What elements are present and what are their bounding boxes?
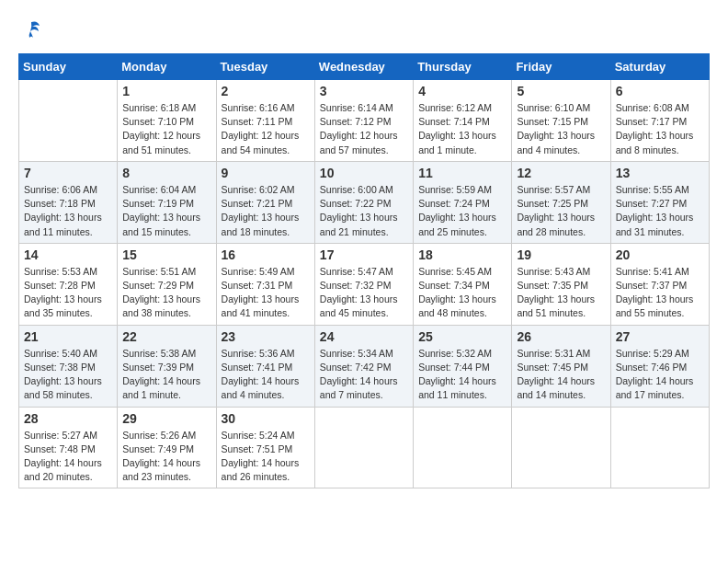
day-number: 10 — [320, 166, 408, 180]
calendar-cell: 15Sunrise: 5:51 AM Sunset: 7:29 PM Dayli… — [118, 243, 216, 325]
calendar-cell: 7Sunrise: 6:06 AM Sunset: 7:18 PM Daylig… — [19, 161, 118, 243]
day-number: 6 — [616, 84, 704, 98]
calendar-week-row: 7Sunrise: 6:06 AM Sunset: 7:18 PM Daylig… — [19, 161, 710, 243]
calendar-cell: 16Sunrise: 5:49 AM Sunset: 7:31 PM Dayli… — [216, 243, 314, 325]
calendar-cell: 27Sunrise: 5:29 AM Sunset: 7:46 PM Dayli… — [610, 325, 709, 407]
day-number: 27 — [616, 329, 704, 344]
calendar-cell: 29Sunrise: 5:26 AM Sunset: 7:49 PM Dayli… — [118, 407, 216, 488]
day-number: 14 — [24, 247, 112, 262]
calendar-cell: 3Sunrise: 6:14 AM Sunset: 7:12 PM Daylig… — [314, 80, 413, 162]
calendar-cell: 26Sunrise: 5:31 AM Sunset: 7:45 PM Dayli… — [512, 325, 610, 407]
calendar-cell: 30Sunrise: 5:24 AM Sunset: 7:51 PM Dayli… — [216, 407, 314, 488]
day-info: Sunrise: 5:36 AM Sunset: 7:41 PM Dayligh… — [222, 347, 310, 403]
calendar-week-row: 1Sunrise: 6:18 AM Sunset: 7:10 PM Daylig… — [19, 80, 710, 162]
day-number: 21 — [24, 329, 112, 344]
day-info: Sunrise: 6:10 AM Sunset: 7:15 PM Dayligh… — [517, 101, 605, 157]
calendar-cell: 22Sunrise: 5:38 AM Sunset: 7:39 PM Dayli… — [118, 325, 216, 407]
day-of-week-header: Tuesday — [216, 54, 314, 80]
day-of-week-header: Sunday — [19, 54, 118, 80]
day-number: 1 — [122, 84, 210, 98]
logo-bird-icon — [21, 18, 41, 44]
day-info: Sunrise: 6:14 AM Sunset: 7:12 PM Dayligh… — [320, 101, 408, 157]
day-number: 18 — [418, 247, 506, 262]
day-number: 11 — [418, 166, 506, 180]
day-info: Sunrise: 5:27 AM Sunset: 7:48 PM Dayligh… — [24, 429, 112, 485]
calendar-cell: 24Sunrise: 5:34 AM Sunset: 7:42 PM Dayli… — [314, 325, 413, 407]
day-number: 23 — [222, 329, 310, 344]
day-number: 7 — [24, 166, 112, 180]
day-info: Sunrise: 5:34 AM Sunset: 7:42 PM Dayligh… — [320, 347, 408, 403]
day-info: Sunrise: 5:53 AM Sunset: 7:28 PM Dayligh… — [24, 265, 112, 321]
day-number: 5 — [517, 84, 605, 98]
day-info: Sunrise: 6:16 AM Sunset: 7:11 PM Dayligh… — [222, 101, 310, 157]
calendar-cell: 4Sunrise: 6:12 AM Sunset: 7:14 PM Daylig… — [414, 80, 512, 162]
day-info: Sunrise: 5:47 AM Sunset: 7:32 PM Dayligh… — [320, 265, 408, 321]
day-number: 13 — [616, 166, 704, 180]
calendar-cell: 9Sunrise: 6:02 AM Sunset: 7:21 PM Daylig… — [216, 161, 314, 243]
day-info: Sunrise: 5:32 AM Sunset: 7:44 PM Dayligh… — [418, 347, 506, 403]
calendar-cell: 25Sunrise: 5:32 AM Sunset: 7:44 PM Dayli… — [414, 325, 512, 407]
calendar-cell: 1Sunrise: 6:18 AM Sunset: 7:10 PM Daylig… — [118, 80, 216, 162]
day-of-week-header: Thursday — [414, 54, 512, 80]
calendar-week-row: 21Sunrise: 5:40 AM Sunset: 7:38 PM Dayli… — [19, 325, 710, 407]
day-info: Sunrise: 6:02 AM Sunset: 7:21 PM Dayligh… — [222, 183, 310, 239]
day-info: Sunrise: 5:49 AM Sunset: 7:31 PM Dayligh… — [222, 265, 310, 321]
calendar-cell: 19Sunrise: 5:43 AM Sunset: 7:35 PM Dayli… — [512, 243, 610, 325]
day-info: Sunrise: 5:38 AM Sunset: 7:39 PM Dayligh… — [122, 347, 210, 403]
calendar-week-row: 28Sunrise: 5:27 AM Sunset: 7:48 PM Dayli… — [19, 407, 710, 488]
day-of-week-header: Monday — [118, 54, 216, 80]
day-number: 16 — [222, 247, 310, 262]
day-number: 8 — [122, 166, 210, 180]
calendar-table: SundayMondayTuesdayWednesdayThursdayFrid… — [18, 53, 710, 488]
day-number: 4 — [418, 84, 506, 98]
day-number: 22 — [122, 329, 210, 344]
calendar-cell: 23Sunrise: 5:36 AM Sunset: 7:41 PM Dayli… — [216, 325, 314, 407]
day-number: 12 — [517, 166, 605, 180]
calendar-cell: 6Sunrise: 6:08 AM Sunset: 7:17 PM Daylig… — [610, 80, 709, 162]
calendar-cell: 17Sunrise: 5:47 AM Sunset: 7:32 PM Dayli… — [314, 243, 413, 325]
calendar-cell — [414, 407, 512, 488]
day-info: Sunrise: 5:51 AM Sunset: 7:29 PM Dayligh… — [122, 265, 210, 321]
day-number: 20 — [616, 247, 704, 262]
calendar-cell: 13Sunrise: 5:55 AM Sunset: 7:27 PM Dayli… — [610, 161, 709, 243]
calendar-cell: 14Sunrise: 5:53 AM Sunset: 7:28 PM Dayli… — [19, 243, 118, 325]
day-of-week-header: Friday — [512, 54, 610, 80]
calendar-cell: 20Sunrise: 5:41 AM Sunset: 7:37 PM Dayli… — [610, 243, 709, 325]
day-number: 29 — [122, 411, 210, 426]
day-number: 9 — [222, 166, 310, 180]
day-number: 2 — [222, 84, 310, 98]
day-number: 24 — [320, 329, 408, 344]
calendar-cell: 10Sunrise: 6:00 AM Sunset: 7:22 PM Dayli… — [314, 161, 413, 243]
calendar-cell: 18Sunrise: 5:45 AM Sunset: 7:34 PM Dayli… — [414, 243, 512, 325]
day-info: Sunrise: 6:04 AM Sunset: 7:19 PM Dayligh… — [122, 183, 210, 239]
calendar-week-row: 14Sunrise: 5:53 AM Sunset: 7:28 PM Dayli… — [19, 243, 710, 325]
day-info: Sunrise: 5:31 AM Sunset: 7:45 PM Dayligh… — [517, 347, 605, 403]
calendar-cell: 8Sunrise: 6:04 AM Sunset: 7:19 PM Daylig… — [118, 161, 216, 243]
day-number: 26 — [517, 329, 605, 344]
calendar-cell — [19, 80, 118, 162]
day-number: 15 — [122, 247, 210, 262]
day-info: Sunrise: 6:18 AM Sunset: 7:10 PM Dayligh… — [122, 101, 210, 157]
day-of-week-header: Wednesday — [314, 54, 413, 80]
calendar-cell: 2Sunrise: 6:16 AM Sunset: 7:11 PM Daylig… — [216, 80, 314, 162]
day-info: Sunrise: 5:29 AM Sunset: 7:46 PM Dayligh… — [616, 347, 704, 403]
day-info: Sunrise: 5:45 AM Sunset: 7:34 PM Dayligh… — [418, 265, 506, 321]
day-info: Sunrise: 6:12 AM Sunset: 7:14 PM Dayligh… — [418, 101, 506, 157]
day-info: Sunrise: 5:55 AM Sunset: 7:27 PM Dayligh… — [616, 183, 704, 239]
day-number: 28 — [24, 411, 112, 426]
day-number: 19 — [517, 247, 605, 262]
calendar-cell — [512, 407, 610, 488]
day-info: Sunrise: 6:08 AM Sunset: 7:17 PM Dayligh… — [616, 101, 704, 157]
day-number: 30 — [222, 411, 310, 426]
day-info: Sunrise: 5:24 AM Sunset: 7:51 PM Dayligh… — [222, 429, 310, 485]
page-header — [18, 18, 710, 44]
logo — [18, 18, 41, 44]
calendar-cell — [314, 407, 413, 488]
day-info: Sunrise: 5:59 AM Sunset: 7:24 PM Dayligh… — [418, 183, 506, 239]
calendar-cell: 21Sunrise: 5:40 AM Sunset: 7:38 PM Dayli… — [19, 325, 118, 407]
day-info: Sunrise: 5:41 AM Sunset: 7:37 PM Dayligh… — [616, 265, 704, 321]
day-number: 3 — [320, 84, 408, 98]
day-number: 17 — [320, 247, 408, 262]
calendar-header-row: SundayMondayTuesdayWednesdayThursdayFrid… — [19, 54, 710, 80]
calendar-cell — [610, 407, 709, 488]
